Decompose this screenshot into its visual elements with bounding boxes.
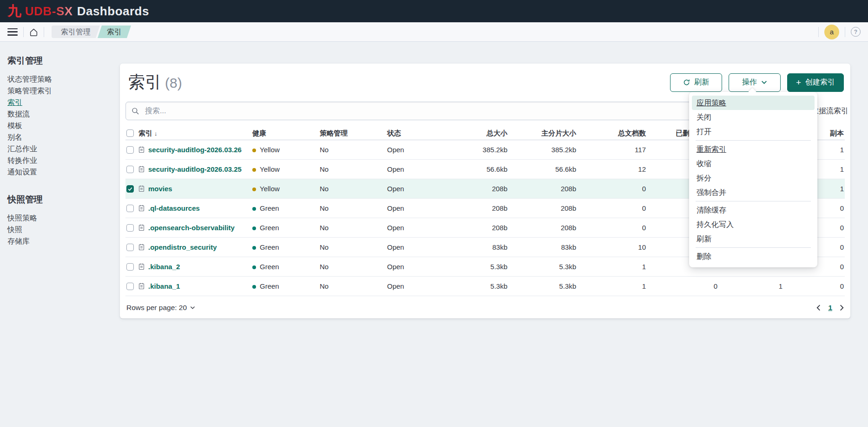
row-checkbox[interactable]	[126, 185, 134, 193]
index-name-link[interactable]: security-auditlog-2026.03.26	[148, 146, 242, 154]
breadcrumb-item[interactable]: 索引	[98, 26, 131, 38]
health-label: Yellow	[260, 185, 280, 193]
refresh-button[interactable]: 刷新	[670, 73, 722, 92]
index-name-link[interactable]: .ql-datasources	[148, 204, 200, 212]
sidebar-item-link[interactable]: 快照策略	[7, 214, 37, 222]
column-header-docs[interactable]: 总文档数	[577, 129, 647, 138]
next-page-icon[interactable]	[840, 304, 844, 311]
index-name-link[interactable]: .kibana_2	[148, 263, 180, 271]
column-header-primary_size[interactable]: 主分片大小	[508, 129, 577, 138]
table-row: .kibana_1GreenNoOpen5.3kb5.3kb1010	[125, 277, 845, 296]
home-icon[interactable]	[29, 28, 38, 36]
health-dot-icon	[252, 168, 256, 172]
chevron-down-icon	[190, 306, 195, 310]
health-dot-icon	[252, 285, 256, 289]
sidebar-item-link[interactable]: 别名	[7, 133, 22, 141]
sidebar-item: 快照	[7, 224, 109, 235]
menu-item[interactable]: 收缩	[689, 156, 817, 171]
menu-item[interactable]: 打开	[689, 124, 817, 139]
search-box	[125, 102, 767, 120]
sidebar-item-link[interactable]: 策略管理索引	[7, 87, 52, 95]
sort-desc-icon: ↓	[154, 130, 158, 137]
row-checkbox[interactable]	[126, 166, 134, 173]
cell-total_size: 208b	[447, 185, 508, 193]
sidebar-item-link[interactable]: 汇总作业	[7, 145, 37, 153]
sidebar-item-link[interactable]: 转换作业	[7, 156, 37, 164]
cell-total_size: 208b	[447, 204, 508, 212]
column-header-label: 策略管理	[320, 129, 348, 138]
menu-item[interactable]: 应用策略	[692, 96, 815, 110]
menu-item[interactable]: 删除	[689, 249, 817, 264]
sidebar-item-link[interactable]: 快照	[7, 226, 22, 233]
sidebar-item: 转换作业	[7, 155, 109, 166]
select-all-checkbox[interactable]	[126, 129, 134, 137]
row-checkbox[interactable]	[126, 283, 134, 290]
sidebar-item-link[interactable]: 状态管理策略	[7, 75, 52, 83]
menu-item-label: 应用策略	[697, 99, 726, 107]
cell-health: Green	[251, 263, 319, 271]
menu-item[interactable]: 刷新	[689, 232, 817, 246]
cell-managed: No	[319, 165, 386, 173]
page-controls: 1	[816, 304, 844, 312]
document-icon	[138, 244, 145, 251]
row-checkbox[interactable]	[126, 205, 134, 212]
index-name-link[interactable]: .opendistro_security	[148, 243, 217, 251]
document-icon	[138, 224, 145, 231]
nav-right-group: a ?	[813, 25, 861, 39]
cell-health: Yellow	[251, 185, 319, 193]
column-header-managed[interactable]: 策略管理	[319, 129, 386, 138]
avatar[interactable]: a	[824, 25, 839, 39]
row-checkbox[interactable]	[126, 224, 134, 232]
cell-managed: No	[319, 204, 386, 212]
index-name-link[interactable]: security-auditlog-2026.03.25	[148, 165, 242, 173]
breadcrumb-bar: 索引管理索引 a ?	[0, 22, 868, 42]
menu-item[interactable]: 重新索引	[689, 142, 817, 156]
row-checkbox[interactable]	[126, 146, 134, 154]
cell-health: Green	[251, 282, 319, 290]
index-name-link[interactable]: movies	[148, 185, 172, 193]
cell-managed: No	[319, 224, 386, 232]
menu-item[interactable]: 持久化写入	[689, 217, 817, 232]
column-header-health[interactable]: 健康	[251, 129, 319, 138]
sidebar-item-link[interactable]: 模板	[7, 122, 22, 129]
rows-per-page-button[interactable]: Rows per page: 20	[126, 304, 195, 312]
column-header-total_size[interactable]: 总大小	[447, 129, 508, 138]
column-header-name[interactable]: 索引↓	[138, 129, 251, 138]
row-checkbox[interactable]	[126, 263, 134, 271]
previous-page-icon[interactable]	[816, 304, 821, 311]
column-header-status[interactable]: 状态	[386, 129, 447, 138]
row-checkbox[interactable]	[126, 244, 134, 251]
index-name-link[interactable]: .kibana_1	[148, 282, 180, 290]
cell-health: Green	[251, 243, 319, 251]
actions-dropdown-button[interactable]: 操作	[729, 73, 781, 92]
document-icon	[138, 283, 145, 290]
menu-item-label: 重新索引	[697, 145, 726, 153]
sidebar-item-link[interactable]: 存储库	[7, 237, 30, 245]
health-dot-icon	[252, 246, 256, 250]
menu-item[interactable]: 关闭	[689, 110, 817, 124]
search-input[interactable]	[144, 106, 761, 116]
menu-item[interactable]: 清除缓存	[689, 203, 817, 217]
health-dot-icon	[252, 149, 256, 152]
divider	[23, 27, 24, 37]
plus-icon: +	[796, 78, 801, 87]
page-number[interactable]: 1	[828, 304, 832, 312]
sidebar-item-link[interactable]: 通知设置	[7, 168, 37, 176]
menu-hamburger-icon[interactable]	[7, 28, 18, 36]
row-checkbox-cell	[125, 166, 138, 173]
menu-item-label: 收缩	[697, 160, 711, 168]
create-index-button[interactable]: + 创建索引	[787, 73, 844, 92]
brand-name: UDB-SX	[25, 4, 73, 19]
index-name-link[interactable]: .opensearch-observability	[148, 224, 235, 232]
menu-item[interactable]: 强制合并	[689, 185, 817, 200]
sidebar-item-link[interactable]: 数据流	[7, 110, 30, 118]
menu-divider	[696, 201, 811, 201]
menu-item-label: 删除	[697, 252, 711, 260]
health-label: Green	[260, 204, 279, 212]
breadcrumb-item[interactable]: 索引管理	[52, 26, 100, 38]
menu-divider	[696, 140, 811, 141]
health-label: Green	[260, 282, 279, 290]
menu-item[interactable]: 拆分	[689, 171, 817, 185]
help-icon[interactable]: ?	[851, 27, 861, 37]
sidebar-item-link[interactable]: 索引	[7, 98, 22, 106]
